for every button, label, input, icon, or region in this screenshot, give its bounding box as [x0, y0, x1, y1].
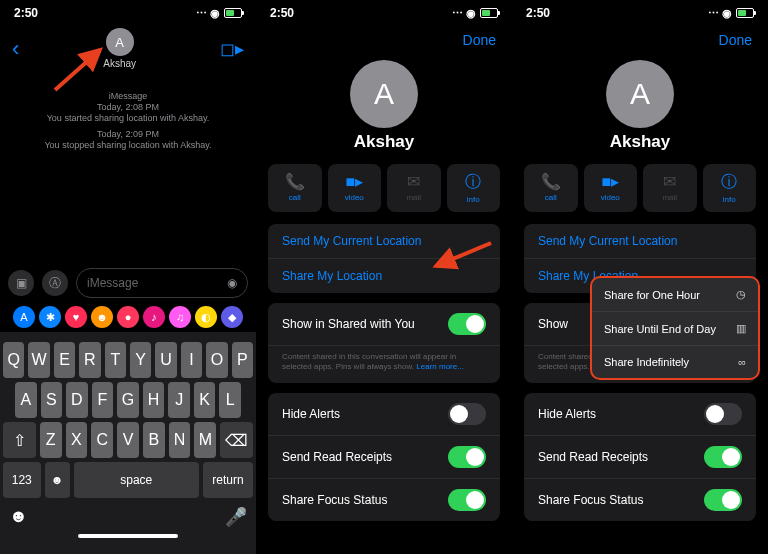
space-key[interactable]: space — [74, 462, 199, 498]
backspace-key[interactable]: ⌫ — [220, 422, 253, 458]
key-r[interactable]: R — [79, 342, 100, 378]
call-button[interactable]: 📞call — [524, 164, 578, 212]
app-icon[interactable]: ♥ — [65, 306, 87, 328]
emoji-key[interactable]: ☻ — [45, 462, 70, 498]
app-icon[interactable]: ◐ — [195, 306, 217, 328]
call-button[interactable]: 📞call — [268, 164, 322, 212]
read-receipts-toggle[interactable]: Send Read Receipts — [524, 436, 756, 479]
info-button[interactable]: ⓘinfo — [447, 164, 501, 212]
key-row-3: ⇧ ZXCVBNM ⌫ — [3, 422, 253, 458]
home-indicator[interactable] — [78, 534, 178, 538]
status-time: 2:50 — [270, 6, 294, 20]
facetime-button[interactable]: ◻▸ — [220, 38, 244, 60]
key-q[interactable]: Q — [3, 342, 24, 378]
share-indefinitely[interactable]: Share Indefinitely∞ — [592, 346, 758, 378]
key-w[interactable]: W — [28, 342, 49, 378]
wifi-icon: ⋯ ◉ — [196, 7, 220, 20]
share-end-of-day[interactable]: Share Until End of Day▥ — [592, 312, 758, 346]
key-l[interactable]: L — [219, 382, 241, 418]
focus-toggle[interactable]: Share Focus Status — [268, 479, 500, 521]
key-z[interactable]: Z — [40, 422, 62, 458]
key-k[interactable]: K — [194, 382, 216, 418]
key-f[interactable]: F — [92, 382, 114, 418]
battery-icon — [480, 8, 498, 18]
conversation[interactable]: iMessage Today, 2:08 PM You started shar… — [0, 75, 256, 264]
key-m[interactable]: M — [194, 422, 216, 458]
numbers-key[interactable]: 123 — [3, 462, 41, 498]
contact-name: Akshay — [256, 132, 512, 152]
key-c[interactable]: C — [91, 422, 113, 458]
video-button[interactable]: ■▸video — [328, 164, 382, 212]
key-p[interactable]: P — [232, 342, 253, 378]
shift-key[interactable]: ⇧ — [3, 422, 36, 458]
key-h[interactable]: H — [143, 382, 165, 418]
key-y[interactable]: Y — [130, 342, 151, 378]
app-icon[interactable]: ♫ — [169, 306, 191, 328]
settings-card: Hide Alerts Send Read Receipts Share Foc… — [268, 393, 500, 521]
toggle-icon[interactable] — [448, 313, 486, 335]
app-icon[interactable]: ● — [117, 306, 139, 328]
toggle-icon[interactable] — [704, 446, 742, 468]
mail-button: ✉mail — [643, 164, 697, 212]
back-button[interactable]: ‹ — [12, 36, 19, 62]
done-button[interactable]: Done — [512, 26, 768, 54]
toggle-icon[interactable] — [448, 489, 486, 511]
toggle-icon[interactable] — [704, 489, 742, 511]
toggle-icon[interactable] — [448, 403, 486, 425]
key-v[interactable]: V — [117, 422, 139, 458]
return-key[interactable]: return — [203, 462, 253, 498]
key-x[interactable]: X — [66, 422, 88, 458]
toggle-icon[interactable] — [704, 403, 742, 425]
video-icon: ■▸ — [345, 172, 363, 191]
status-time: 2:50 — [14, 6, 38, 20]
key-a[interactable]: A — [15, 382, 37, 418]
read-receipts-toggle[interactable]: Send Read Receipts — [268, 436, 500, 479]
placeholder: iMessage — [87, 276, 138, 290]
mic-icon[interactable]: 🎤 — [225, 506, 247, 528]
system-message: You started sharing location with Akshay… — [8, 113, 248, 123]
key-i[interactable]: I — [181, 342, 202, 378]
timestamp: Today, 2:08 PM — [8, 102, 248, 112]
key-d[interactable]: D — [66, 382, 88, 418]
panel-chat: 2:50 ⋯ ◉ ‹ A Akshay ◻▸ iMessage Today, 2… — [0, 0, 256, 554]
info-button[interactable]: ⓘinfo — [703, 164, 757, 212]
send-location[interactable]: Send My Current Location — [524, 224, 756, 259]
toggle-icon[interactable] — [448, 446, 486, 468]
key-n[interactable]: N — [169, 422, 191, 458]
avatar[interactable]: A — [350, 60, 418, 128]
learn-more-link[interactable]: Learn more... — [416, 362, 464, 371]
app-strip[interactable]: A✱♥☻●♪♫◐◆ — [0, 302, 256, 332]
infinity-icon: ∞ — [738, 356, 746, 368]
video-button[interactable]: ■▸video — [584, 164, 638, 212]
key-o[interactable]: O — [206, 342, 227, 378]
app-icon[interactable]: ✱ — [39, 306, 61, 328]
input-bar: ▣ Ⓐ iMessage ◉ — [0, 264, 256, 302]
dictate-icon[interactable]: ◉ — [227, 276, 237, 290]
key-row-2: ASDFGHJKL — [3, 382, 253, 418]
emoji-icon[interactable]: ☻ — [9, 506, 28, 528]
key-e[interactable]: E — [54, 342, 75, 378]
panel-popup: 2:50 ⋯ ◉ Done A Akshay 📞call ■▸video ✉ma… — [512, 0, 768, 554]
message-input[interactable]: iMessage ◉ — [76, 268, 248, 298]
info-icon: ⓘ — [721, 172, 737, 193]
app-icon[interactable]: ◆ — [221, 306, 243, 328]
key-t[interactable]: T — [105, 342, 126, 378]
shared-with-you-toggle[interactable]: Show in Shared with You — [268, 303, 500, 346]
camera-button[interactable]: ▣ — [8, 270, 34, 296]
focus-toggle[interactable]: Share Focus Status — [524, 479, 756, 521]
app-icon[interactable]: A — [13, 306, 35, 328]
key-b[interactable]: B — [143, 422, 165, 458]
share-one-hour[interactable]: Share for One Hour◷ — [592, 278, 758, 312]
hide-alerts-toggle[interactable]: Hide Alerts — [268, 393, 500, 436]
status-bar: 2:50 ⋯ ◉ — [512, 0, 768, 26]
done-button[interactable]: Done — [256, 26, 512, 54]
apps-button[interactable]: Ⓐ — [42, 270, 68, 296]
key-u[interactable]: U — [155, 342, 176, 378]
key-j[interactable]: J — [168, 382, 190, 418]
app-icon[interactable]: ☻ — [91, 306, 113, 328]
app-icon[interactable]: ♪ — [143, 306, 165, 328]
avatar[interactable]: A — [606, 60, 674, 128]
key-g[interactable]: G — [117, 382, 139, 418]
key-s[interactable]: S — [41, 382, 63, 418]
hide-alerts-toggle[interactable]: Hide Alerts — [524, 393, 756, 436]
